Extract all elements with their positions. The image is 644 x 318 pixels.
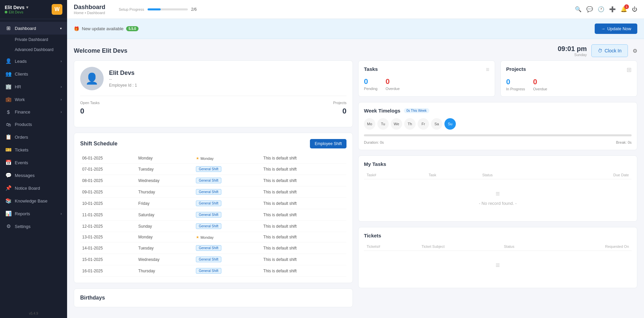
shift-badge-monday: ★ Monday bbox=[196, 235, 214, 239]
sidebar-item-clients[interactable]: 👥 Clients bbox=[0, 67, 67, 80]
sidebar-item-orders[interactable]: 📋 Orders bbox=[0, 131, 67, 143]
tasks-card: Tasks ≡ 0 Pending 0 Overdue bbox=[358, 60, 495, 97]
open-tasks-value: 0 bbox=[80, 107, 100, 116]
sidebar-item-label: Leads bbox=[15, 59, 26, 64]
no-record-tasks: ≡ - No record found. - bbox=[364, 179, 632, 216]
power-icon[interactable]: ⏻ bbox=[632, 6, 637, 12]
day-button-we[interactable]: We bbox=[391, 118, 402, 130]
sidebar-item-products[interactable]: 🛍 Products bbox=[0, 118, 67, 131]
shift-desc: This is default shift bbox=[261, 175, 346, 186]
tasks-overdue: 0 Overdue bbox=[385, 77, 399, 91]
sidebar-item-reports[interactable]: 📊 Reports › bbox=[0, 207, 67, 220]
col-requested-on: Requested On bbox=[547, 242, 632, 251]
sidebar-item-work[interactable]: 💼 Work › bbox=[0, 93, 67, 106]
col-ticket-num: Tickets# bbox=[364, 242, 419, 251]
chevron-right-icon: › bbox=[61, 59, 62, 63]
shift-desc: This is default shift bbox=[261, 164, 346, 175]
sidebar-item-hr[interactable]: 🏢 HR › bbox=[0, 80, 67, 93]
sidebar-item-label: Messages bbox=[15, 173, 35, 178]
products-icon: 🛍 bbox=[5, 122, 11, 127]
shift-day: Sunday bbox=[136, 221, 194, 232]
no-record-tickets: ≡ bbox=[364, 251, 632, 282]
projects-stat: Projects 0 bbox=[333, 101, 346, 116]
my-tasks-card: My Tasks Task# Task Status Due Date bbox=[358, 155, 637, 222]
sidebar-header: Elit Devs ▾ Elit Devs W bbox=[0, 0, 67, 19]
chevron-down-icon: ▾ bbox=[60, 27, 62, 30]
col-task: Task bbox=[426, 171, 480, 179]
day-button-th[interactable]: Th bbox=[404, 118, 416, 130]
sidebar-item-settings[interactable]: ⚙ Settings bbox=[0, 220, 67, 233]
col-due-date: Due Date bbox=[545, 171, 632, 179]
tasks-list-icon: ≡ bbox=[486, 66, 489, 73]
time-value: 09:01 pm bbox=[558, 45, 587, 53]
shift-desc: This is default shift bbox=[261, 254, 346, 265]
settings-icon: ⚙ bbox=[5, 223, 11, 229]
sidebar-item-messages[interactable]: 💬 Messages bbox=[0, 169, 67, 182]
sidebar-item-leads[interactable]: 👤 Leads › bbox=[0, 55, 67, 67]
sidebar-item-notice-board[interactable]: 📌 Notice Board bbox=[0, 182, 67, 194]
chat-icon[interactable]: 💬 bbox=[586, 6, 593, 12]
shift-name: General Shift bbox=[194, 242, 261, 254]
breadcrumb: Home • Dashboard bbox=[74, 11, 105, 15]
shift-badge-general: General Shift bbox=[196, 189, 221, 195]
finance-icon: $ bbox=[5, 109, 11, 115]
time-display: 09:01 pm Sunday bbox=[558, 45, 587, 57]
tasks-pending: 0 Pending bbox=[364, 77, 377, 91]
no-record-tickets-icon: ≡ bbox=[364, 261, 632, 270]
clock-section: 09:01 pm Sunday ⏱ Clock In ⚙ bbox=[558, 44, 637, 57]
sidebar-sub-advanced-dashboard[interactable]: Advanced Dashboard bbox=[0, 45, 67, 55]
sidebar-item-tickets[interactable]: 🎫 Tickets bbox=[0, 143, 67, 156]
brand-name[interactable]: Elit Devs ▾ bbox=[5, 5, 28, 10]
sidebar-item-finance[interactable]: $ Finance › bbox=[0, 106, 67, 118]
shift-day: Thursday bbox=[136, 186, 194, 198]
settings-gear-button[interactable]: ⚙ bbox=[633, 48, 637, 54]
timelogs-bar bbox=[364, 134, 632, 136]
clock-in-button[interactable]: ⏱ Clock In bbox=[591, 44, 628, 57]
search-icon[interactable]: 🔍 bbox=[575, 6, 582, 12]
tickets-card: Tickets Tickets# Ticket Subject Status R… bbox=[358, 227, 637, 288]
dashboard-icon: ⊞ bbox=[5, 25, 11, 31]
day-button-su[interactable]: Su bbox=[444, 118, 456, 130]
col-ticket-status: Status bbox=[501, 242, 547, 251]
shift-table-row: 08-01-2025 Wednesday General Shift This … bbox=[80, 175, 346, 186]
sidebar-sub-private-dashboard[interactable]: Private Dashboard bbox=[0, 35, 67, 45]
employee-shift-button[interactable]: Employee Shift bbox=[310, 139, 346, 148]
col-status: Status bbox=[480, 171, 545, 179]
col-task-num: Task# bbox=[364, 171, 426, 179]
sidebar-item-dashboard[interactable]: ⊞ Dashboard ▾ bbox=[0, 22, 67, 35]
shift-name: ★ Monday bbox=[194, 153, 261, 164]
profile-name: Elit Devs bbox=[109, 70, 137, 77]
sidebar-item-knowledge-base[interactable]: 📚 Knowledge Base bbox=[0, 194, 67, 207]
add-icon[interactable]: ➕ bbox=[609, 6, 616, 12]
shift-day: Tuesday bbox=[136, 164, 194, 175]
sidebar-item-label: Events bbox=[15, 160, 28, 165]
my-tasks-table: Task# Task Status Due Date bbox=[364, 171, 632, 179]
day-button-fr[interactable]: Fr bbox=[418, 118, 429, 130]
sidebar-item-label: Work bbox=[15, 97, 25, 102]
day-button-sa[interactable]: Sa bbox=[431, 118, 442, 130]
shift-name: General Shift bbox=[194, 209, 261, 221]
shift-date: 09-01-2025 bbox=[80, 186, 136, 198]
shift-table-row: 11-01-2025 Saturday General Shift This i… bbox=[80, 209, 346, 221]
day-button-tu[interactable]: Tu bbox=[377, 118, 389, 130]
duration-label: Duration: 0s bbox=[364, 140, 384, 144]
sidebar-item-events[interactable]: 📅 Events bbox=[0, 156, 67, 169]
clock-icon[interactable]: 🕐 bbox=[598, 6, 604, 12]
shift-day: Thursday bbox=[136, 265, 194, 277]
shift-table-row: 10-01-2025 Friday General Shift This is … bbox=[80, 198, 346, 209]
shift-name: General Shift bbox=[194, 198, 261, 209]
sidebar: Elit Devs ▾ Elit Devs W ⊞ Dashboard ▾ Pr… bbox=[0, 0, 67, 318]
update-now-button[interactable]: → Update Now bbox=[595, 24, 637, 34]
chevron-right-icon: › bbox=[61, 212, 62, 216]
projects-card: Projects ⊞ 0 In Progress 0 Overdue bbox=[500, 60, 637, 97]
shift-date: 08-01-2025 bbox=[80, 175, 136, 186]
shift-badge-monday: ★ Monday bbox=[196, 156, 214, 161]
notification-icon[interactable]: 🔔 1 bbox=[621, 6, 627, 12]
shift-date: 14-01-2025 bbox=[80, 242, 136, 254]
birthdays-card: Birthdays bbox=[74, 288, 353, 307]
notice-icon: 📌 bbox=[5, 185, 11, 191]
day-button-mo[interactable]: Mo bbox=[364, 118, 375, 130]
profile-stats: Open Tasks 0 Projects 0 bbox=[80, 96, 346, 116]
w-logo: W bbox=[52, 4, 62, 15]
shift-badge-general: General Shift bbox=[196, 245, 221, 251]
